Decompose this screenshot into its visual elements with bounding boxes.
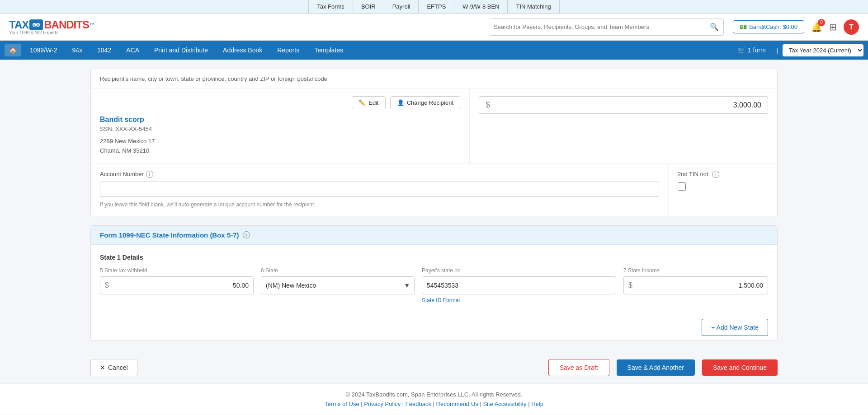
account-number-input[interactable] (100, 182, 659, 197)
search-input[interactable] (494, 23, 710, 30)
nav-1042[interactable]: 1042 (91, 43, 118, 57)
bottom-actions: ✕ Cancel Save as Draft Save & Add Anothe… (90, 350, 778, 383)
bandit-cash-icon: 💵 (740, 23, 747, 30)
logo-tax: TAX (9, 19, 28, 31)
topnav-item-tinmatching[interactable]: TIN Matching (507, 0, 559, 13)
terms-link[interactable]: Terms of Use (325, 401, 359, 407)
svg-point-5 (38, 24, 38, 25)
apps-button[interactable]: ⊞ (829, 22, 837, 33)
recipient-card-header: Recipient's name, city or town, state or… (91, 69, 777, 89)
topnav-item-payroll[interactable]: Payroll (384, 0, 419, 13)
address-line1: 2289 New Mexico 17 (100, 137, 460, 146)
content-area: Recipient's name, city or town, state or… (81, 60, 787, 383)
svg-point-4 (34, 24, 35, 25)
feedback-link[interactable]: Feedback (406, 401, 431, 407)
nav-aca[interactable]: ACA (120, 43, 146, 57)
accessibility-link[interactable]: Site Accessibility (483, 401, 526, 407)
logo-owl-icon (29, 19, 43, 30)
state-id-format-link[interactable]: State ID Format (422, 297, 616, 303)
field6-select-wrapper: (NM) New Mexico (CA) California (TX) Tex… (261, 276, 415, 294)
field6-select[interactable]: (NM) New Mexico (CA) California (TX) Tex… (261, 276, 415, 294)
avatar[interactable]: T (844, 19, 859, 35)
cancel-x-icon: ✕ (100, 364, 105, 371)
recipient-card: Recipient's name, city or town, state or… (90, 69, 778, 216)
save-add-another-button[interactable]: Save & Add Another (617, 359, 695, 376)
topnav-item-boir[interactable]: BOIR (353, 0, 384, 13)
recipient-body: ✏️ Edit 👤 Change Recipient Bandit scorp … (91, 89, 777, 163)
state-section: Form 1099-NEC State Information (Box 5-7… (90, 225, 778, 341)
search-bar[interactable]: 🔍 (489, 19, 724, 36)
recipient-name: Bandit scorp (100, 116, 460, 124)
nav-1099w2[interactable]: 1099/W-2 (24, 43, 63, 57)
field5-label: 5 State tax withheld (100, 267, 254, 274)
amount-dollar-sign: $ (486, 100, 490, 110)
top-nav: Tax Forms BOIR Payroll EFTPS W-9/W-8 BEN… (0, 0, 868, 14)
field5-input[interactable] (112, 282, 249, 289)
header: TAX BANDITS ™ Your 1099 & W2 Experts 🔍 💵 (0, 14, 868, 41)
bandit-cash-button[interactable]: 💵 BanditCash: $0.00 (733, 20, 804, 33)
topnav-item-taxforms[interactable]: Tax Forms (308, 0, 353, 13)
cart-label: 1 form (748, 47, 766, 54)
footer-links: Terms of Use | Privacy Policy | Feedback… (7, 401, 861, 407)
search-icon: 🔍 (710, 23, 719, 31)
nav-reports[interactable]: Reports (271, 43, 306, 57)
footer-sep3: | (433, 401, 436, 407)
field7-dollar-sign: $ (628, 281, 632, 289)
field7-label: 7 State income (623, 267, 768, 274)
state-section-info-icon[interactable]: i (243, 231, 250, 238)
nav-home[interactable]: 🏠 (5, 44, 21, 56)
logo-area: TAX BANDITS ™ Your 1099 & W2 Experts (9, 19, 94, 35)
nav-print-distribute[interactable]: Print and Distribute (148, 43, 214, 57)
field6-container: 6 State (NM) New Mexico (CA) California … (261, 267, 415, 294)
edit-recipient-button[interactable]: ✏️ Edit (352, 96, 385, 109)
account-section: Account Number i If you leave this field… (91, 163, 669, 216)
field5-dollar-sign: $ (105, 281, 109, 289)
notification-count: 0 (818, 19, 825, 26)
edit-icon: ✏️ (359, 99, 366, 106)
privacy-link[interactable]: Privacy Policy (364, 401, 401, 407)
cart-icon: 🛒 (738, 47, 745, 54)
address-line2: Chama, NM 35210 (100, 146, 460, 156)
account-hint: If you leave this field blank, we'll aut… (100, 201, 659, 209)
tin-label: 2nd TIN not. i (678, 171, 768, 178)
footer-sep2: | (402, 401, 406, 407)
state-section-header: Form 1099-NEC State Information (Box 5-7… (91, 226, 777, 245)
tin-checkbox[interactable] (678, 182, 686, 191)
topnav-item-w9[interactable]: W-9/W-8 BEN (454, 0, 507, 13)
nav-94x[interactable]: 94x (66, 43, 89, 57)
topnav-item-eftps[interactable]: EFTPS (418, 0, 454, 13)
account-label: Account Number i (100, 171, 659, 178)
account-row: Account Number i If you leave this field… (91, 163, 777, 216)
payer-state-input[interactable] (422, 276, 616, 294)
field7-input-wrapper: $ (623, 276, 768, 294)
tin-section: 2nd TIN not. i (669, 163, 777, 216)
cancel-button[interactable]: ✕ Cancel (90, 359, 137, 376)
logo: TAX BANDITS ™ (9, 19, 94, 31)
payer-state-container: Payer's state no State ID Format (422, 267, 616, 303)
change-recipient-button[interactable]: 👤 Change Recipient (390, 96, 460, 109)
footer: © 2024 TaxBandits.com, Span Enterprises … (0, 383, 868, 415)
notification-badge[interactable]: 🔔 0 (811, 22, 822, 33)
field7-container: 7 State income $ (623, 267, 768, 294)
tin-info-icon[interactable]: i (712, 171, 719, 178)
help-link[interactable]: Help (531, 401, 543, 407)
main-nav: 🏠 1099/W-2 94x 1042 ACA Print and Distri… (0, 41, 868, 60)
account-info-icon[interactable]: i (146, 171, 153, 178)
add-new-state-button[interactable]: + Add New State (702, 319, 768, 336)
nav-address-book[interactable]: Address Book (217, 43, 269, 57)
recommend-link[interactable]: Recommend Us (436, 401, 478, 407)
state-section-title: Form 1099-NEC State Information (Box 5-7… (100, 231, 239, 239)
field7-input[interactable] (635, 282, 763, 289)
logo-bandits: BANDITS (44, 19, 89, 31)
nav-templates[interactable]: Templates (308, 43, 349, 57)
save-draft-button[interactable]: Save as Draft (548, 359, 609, 376)
state-section-body: State 1 Details 5 State tax withheld $ 6… (91, 245, 777, 312)
cart-link[interactable]: 🛒 1 form (731, 43, 772, 57)
save-continue-button[interactable]: Save and Continue (702, 359, 778, 376)
amount-field: $ 3,000.00 (479, 96, 768, 114)
tin-checkbox-area (678, 182, 768, 191)
recipient-ssn: SSN: XXX-XX-5454 (100, 126, 460, 132)
recipient-right: $ 3,000.00 (470, 89, 777, 163)
tax-year-select[interactable]: Tax Year 2024 (Current) (783, 44, 863, 56)
state1-label: State 1 Details (100, 254, 768, 261)
